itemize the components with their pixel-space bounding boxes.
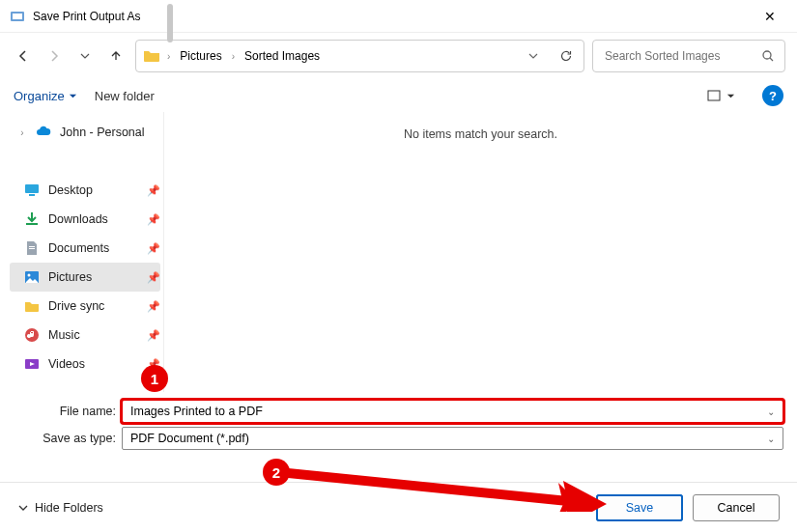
annotation-step-1: 1 xyxy=(141,365,168,392)
chevron-right-icon: › xyxy=(232,51,235,62)
search-box[interactable] xyxy=(592,40,785,72)
saveastype-label: Save as type: xyxy=(27,432,116,445)
svg-marker-16 xyxy=(563,481,607,512)
address-bar[interactable]: › Pictures › Sorted Images xyxy=(135,40,584,72)
pin-icon: 📌 xyxy=(147,329,160,342)
svg-line-3 xyxy=(770,58,773,61)
app-icon xyxy=(10,9,25,24)
view-options[interactable] xyxy=(707,89,735,102)
refresh-button[interactable] xyxy=(555,44,578,68)
svg-rect-8 xyxy=(29,246,35,247)
file-list: No items match your search. xyxy=(164,112,797,392)
pin-icon: 📌 xyxy=(147,242,160,255)
hide-folders-toggle[interactable]: Hide Folders xyxy=(17,501,103,515)
svg-rect-9 xyxy=(29,248,35,249)
address-dropdown[interactable] xyxy=(522,44,545,68)
tree-label: Videos xyxy=(48,357,139,371)
toolbar: Organize New folder ? xyxy=(0,79,797,112)
chevron-down-icon: ⌄ xyxy=(767,434,775,444)
cloud-icon xyxy=(35,124,52,141)
new-folder-button[interactable]: New folder xyxy=(95,89,155,103)
titlebar: Save Print Output As ✕ xyxy=(0,0,797,33)
downloads-icon xyxy=(23,210,41,228)
chevron-down-icon xyxy=(17,502,29,514)
saveastype-select[interactable]: PDF Document (*.pdf) ⌄ xyxy=(122,427,783,450)
tree-label: Music xyxy=(48,328,139,342)
svg-rect-4 xyxy=(708,91,720,100)
pictures-icon xyxy=(23,268,41,286)
filename-label: File name: xyxy=(27,405,116,418)
folder-icon xyxy=(142,46,161,66)
music-icon xyxy=(23,326,41,344)
hide-folders-label: Hide Folders xyxy=(35,501,103,515)
svg-rect-6 xyxy=(29,194,35,196)
chevron-down-icon: ⌄ xyxy=(767,406,775,417)
tree-label: Desktop xyxy=(48,183,139,197)
annotation-step-2: 2 xyxy=(263,459,290,486)
window-title: Save Print Output As xyxy=(33,10,751,23)
pin-icon: 📌 xyxy=(147,184,160,197)
tree-label: John - Personal xyxy=(60,126,160,139)
tree-label: Pictures xyxy=(48,270,139,284)
close-button[interactable]: ✕ xyxy=(751,9,789,24)
tree-item-onedrive[interactable]: › John - Personal xyxy=(10,118,160,147)
nav-tree: › John - Personal Desktop 📌 Downloads 📌 … xyxy=(0,112,164,392)
tree-item-drivesync[interactable]: Drive sync 📌 xyxy=(10,292,160,321)
content-area: › John - Personal Desktop 📌 Downloads 📌 … xyxy=(0,112,797,392)
tree-item-videos[interactable]: Videos 📌 xyxy=(10,350,160,378)
search-input[interactable] xyxy=(603,48,761,64)
filename-value: Images Printed to a PDF xyxy=(130,405,767,418)
svg-point-11 xyxy=(28,274,31,277)
organize-menu[interactable]: Organize xyxy=(14,89,77,103)
documents-icon xyxy=(23,239,41,257)
search-icon xyxy=(761,49,775,63)
breadcrumb-pictures[interactable]: Pictures xyxy=(176,47,225,65)
filename-input[interactable]: Images Printed to a PDF ⌄ xyxy=(122,400,783,423)
annotation-arrow xyxy=(288,463,616,512)
pin-icon: 📌 xyxy=(147,213,160,226)
tree-label: Drive sync xyxy=(48,299,139,313)
empty-message: No items match your search. xyxy=(164,112,797,141)
tree-label: Downloads xyxy=(48,212,139,226)
up-button[interactable] xyxy=(104,44,128,68)
svg-rect-1 xyxy=(13,14,22,19)
tree-item-documents[interactable]: Documents 📌 xyxy=(10,234,160,263)
back-button[interactable] xyxy=(12,44,35,68)
tree-item-pictures[interactable]: Pictures 📌 xyxy=(10,263,160,292)
tree-item-downloads[interactable]: Downloads 📌 xyxy=(10,205,160,234)
cancel-button[interactable]: Cancel xyxy=(693,494,780,521)
videos-icon xyxy=(23,355,41,373)
desktop-icon xyxy=(23,182,41,199)
svg-line-14 xyxy=(288,473,578,502)
recent-dropdown[interactable] xyxy=(73,44,97,68)
help-button[interactable]: ? xyxy=(762,85,783,106)
nav-row: › Pictures › Sorted Images xyxy=(0,33,797,79)
svg-rect-5 xyxy=(25,184,39,193)
tree-label: Documents xyxy=(48,241,139,255)
save-form: File name: Images Printed to a PDF ⌄ Sav… xyxy=(0,392,797,456)
pin-icon: 📌 xyxy=(147,300,160,313)
svg-rect-7 xyxy=(26,223,38,225)
forward-button[interactable] xyxy=(43,44,66,68)
organize-label: Organize xyxy=(14,89,65,103)
folder-icon xyxy=(23,297,41,315)
pin-icon: 📌 xyxy=(147,271,160,284)
saveastype-value: PDF Document (*.pdf) xyxy=(130,432,767,445)
tree-item-music[interactable]: Music 📌 xyxy=(10,321,160,350)
svg-point-2 xyxy=(763,51,771,59)
chevron-right-icon: › xyxy=(17,127,27,138)
breadcrumb-current[interactable]: Sorted Images xyxy=(241,47,324,65)
tree-item-desktop[interactable]: Desktop 📌 xyxy=(10,176,160,205)
